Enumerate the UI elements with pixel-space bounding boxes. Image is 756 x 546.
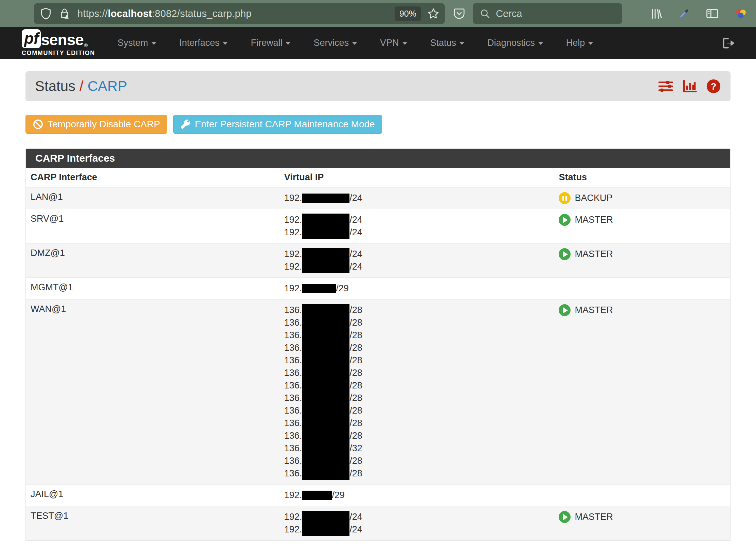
status-label: BACKUP: [575, 192, 612, 204]
virtual-ip-line: 136./32: [284, 442, 550, 455]
virtual-ip-cell: 192./29: [280, 485, 554, 506]
status-badge: BACKUP: [559, 192, 725, 204]
redacted-ip-block: [302, 260, 349, 273]
status-label: MASTER: [575, 214, 613, 226]
status-cell: MASTER: [554, 299, 730, 485]
nav-item-label: Services: [313, 38, 349, 48]
table-row: TEST@1192./24192./24MASTER: [26, 506, 730, 541]
redacted-ip-block: [302, 316, 349, 329]
col-status: Status: [554, 168, 730, 187]
col-carp-interface: CARP Interface: [26, 168, 280, 187]
chart-bar-icon[interactable]: [682, 79, 697, 93]
carp-interfaces-panel: CARP Interfaces CARP Interface Virtual I…: [25, 148, 731, 541]
chevron-down-icon: [151, 42, 156, 45]
redacted-ip-block: [302, 442, 349, 455]
page-content: Status/CARP ? Temporarily Disable CARP: [0, 59, 756, 546]
status-cell: [554, 485, 730, 506]
carp-interface-cell: LAN@1: [26, 187, 280, 209]
shield-icon[interactable]: [40, 7, 52, 20]
chevron-down-icon: [460, 42, 464, 45]
redacted-ip-block: [302, 329, 349, 342]
virtual-ip-cell: 192./24192./24: [280, 209, 554, 243]
nav-item-interfaces[interactable]: Interfaces: [179, 38, 228, 48]
url-text[interactable]: https://localhost:8082/status_carp.php: [77, 8, 395, 19]
containers-icon[interactable]: [734, 7, 747, 20]
table-header-row: CARP Interface Virtual IP Status: [26, 168, 730, 187]
virtual-ip-line: 192./24: [284, 214, 550, 226]
lock-warning-icon[interactable]: [59, 7, 70, 20]
virtual-ip-line: 136./28: [284, 316, 550, 329]
table-row: DMZ@1192./24192./24MASTER: [26, 243, 730, 278]
logo-tagline: COMMUNITY EDITION: [22, 50, 95, 57]
svg-text:?: ?: [711, 81, 717, 92]
chevron-down-icon: [538, 42, 543, 45]
carp-interface-cell: MGMT@1: [26, 278, 280, 299]
sliders-icon[interactable]: [658, 79, 673, 93]
virtual-ip-line: 192./24: [284, 260, 550, 273]
virtual-ip-line: 136./28: [284, 304, 550, 316]
nav-item-diagnostics[interactable]: Diagnostics: [487, 38, 543, 48]
breadcrumb-section[interactable]: Status: [35, 78, 75, 94]
nav-item-label: VPN: [380, 38, 399, 48]
redacted-ip-block: [302, 491, 332, 500]
redacted-ip-block: [302, 284, 336, 293]
help-icon[interactable]: ?: [706, 79, 721, 94]
zoom-level-badge[interactable]: 90%: [395, 6, 421, 21]
nav-item-status[interactable]: Status: [430, 38, 465, 48]
nav-item-services[interactable]: Services: [313, 38, 357, 48]
nav-item-help[interactable]: Help: [566, 38, 593, 48]
play-icon: [559, 304, 571, 316]
redacted-ip-block: [302, 467, 349, 480]
nav-item-system[interactable]: System: [118, 38, 156, 48]
chevron-down-icon: [223, 42, 228, 45]
virtual-ip-line: 136./28: [284, 354, 550, 367]
redacted-ip-block: [302, 417, 349, 430]
breadcrumb-page: CARP: [88, 78, 127, 94]
ban-icon: [33, 119, 43, 130]
virtual-ip-cell: 192./24192./24: [280, 243, 554, 278]
nav-item-label: Status: [430, 38, 456, 48]
pause-icon: [559, 192, 571, 204]
nav-item-label: Firewall: [251, 38, 282, 48]
virtual-ip-line: 192./24: [284, 248, 550, 260]
redacted-ip-block: [302, 404, 349, 417]
nav-item-firewall[interactable]: Firewall: [251, 38, 290, 48]
redacted-ip-block: [302, 379, 349, 392]
sidebar-toggle-icon[interactable]: [706, 8, 719, 19]
pfsense-logo[interactable]: pfsense® COMMUNITY EDITION: [22, 29, 95, 57]
disable-carp-button[interactable]: Temporarily Disable CARP: [25, 115, 167, 134]
carp-maintenance-button[interactable]: Enter Persistent CARP Maintenance Mode: [173, 115, 382, 134]
logo-sense-text: sense: [41, 31, 83, 48]
redacted-ip-block: [302, 342, 349, 354]
redacted-ip-block: [302, 367, 349, 379]
play-icon: [559, 511, 571, 523]
wrench-icon: [180, 119, 191, 129]
virtual-ip-line: 192./29: [284, 282, 550, 295]
status-label: MASTER: [575, 304, 613, 316]
table-row: LAN@1192./24BACKUP: [26, 187, 730, 209]
carp-interface-cell: SRV@1: [26, 209, 280, 243]
nav-item-vpn[interactable]: VPN: [380, 38, 407, 48]
bookmark-star-icon[interactable]: [427, 7, 439, 20]
eyedropper-icon[interactable]: [678, 7, 690, 20]
logo-registered-mark: ®: [84, 43, 88, 48]
logout-icon[interactable]: [721, 36, 734, 50]
pocket-icon[interactable]: [453, 7, 465, 20]
nav-item-label: System: [118, 38, 148, 48]
search-input[interactable]: Cerca: [473, 3, 622, 24]
virtual-ip-cell: 192./29: [280, 278, 554, 299]
table-row: JAIL@1192./29: [26, 485, 730, 506]
pfsense-navbar: pfsense® COMMUNITY EDITION SystemInterfa…: [0, 27, 756, 59]
url-bar[interactable]: https://localhost:8082/status_carp.php 9…: [34, 3, 445, 24]
virtual-ip-line: 136./28: [284, 417, 550, 430]
carp-interface-cell: TEST@1: [26, 506, 280, 541]
nav-item-label: Help: [566, 38, 585, 48]
carp-interfaces-table: CARP Interface Virtual IP Status LAN@119…: [26, 168, 730, 541]
play-icon: [559, 248, 571, 260]
virtual-ip-line: 192./24: [284, 523, 550, 536]
library-icon[interactable]: [650, 7, 662, 20]
virtual-ip-line: 136./28: [284, 430, 550, 442]
redacted-ip-block: [302, 226, 349, 239]
virtual-ip-line: 136./28: [284, 392, 550, 404]
chevron-down-icon: [352, 42, 357, 45]
